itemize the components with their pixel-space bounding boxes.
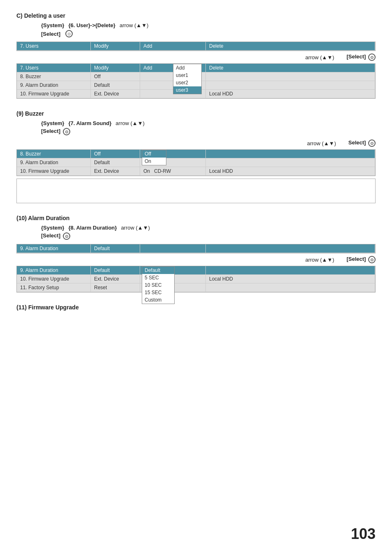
alarm-dropdown-col: Default 5 SEC 10 SEC 15 SEC Custom bbox=[140, 266, 206, 274]
buzzer-r3c4: Local HDD bbox=[206, 167, 375, 175]
step1-row1: {System} {6. User}->{Delete} arrow (▲▼) bbox=[41, 22, 376, 28]
col2-modify: Modify bbox=[91, 42, 140, 50]
alarm-m2r3c1: 11. Factory Setup bbox=[17, 283, 91, 292]
dropdown-users[interactable]: Add user1 user2 user3 bbox=[173, 64, 202, 94]
drop-user2[interactable]: user2 bbox=[173, 79, 201, 86]
arrow-label: arrow (▲▼) bbox=[120, 22, 149, 28]
alarm-m2r1c1: 9. Alarm Duration bbox=[17, 266, 91, 274]
section-firmware: (11) Firmware Upgrade bbox=[16, 304, 376, 311]
section-buzzer: (9) Buzzer {System} {7. Alarm Sound} arr… bbox=[16, 110, 376, 203]
alarm-m2-row1: 9. Alarm Duration Default Default 5 SEC … bbox=[17, 266, 375, 275]
dropdown-alarm[interactable]: Default 5 SEC 10 SEC 15 SEC Custom bbox=[142, 266, 175, 304]
alarm-m2r3c2: Reset bbox=[91, 283, 140, 292]
buzzer-r1c2: Off bbox=[91, 150, 140, 158]
alarm-select-text: [Select] ⊙ bbox=[346, 256, 376, 263]
system-label: {System} bbox=[41, 22, 64, 28]
section-title-buzzer: (9) Buzzer bbox=[16, 110, 376, 117]
alarm-m1c3 bbox=[140, 244, 206, 253]
d2-col3-dropdown: Add Add user1 user2 user3 bbox=[140, 64, 206, 72]
menu-deleting-1: 7. Users Modify Add Delete bbox=[16, 42, 376, 51]
select-circle-2: ⊙ bbox=[368, 53, 376, 61]
buzzer-nav: {7. Alarm Sound} bbox=[68, 120, 111, 126]
add-selected: Add bbox=[143, 65, 152, 71]
buzzer-col4 bbox=[206, 72, 375, 81]
buzzer-col1: 8. Buzzer bbox=[17, 72, 91, 81]
menu-row-users: 7. Users Modify Add Delete bbox=[17, 42, 375, 51]
buzzer-r1c4 bbox=[206, 150, 375, 158]
alarm-select: [Select] ⊙ bbox=[41, 232, 70, 240]
alarm-arrow: arrow (▲▼) bbox=[121, 225, 150, 231]
d2-col4: Delete bbox=[206, 64, 375, 72]
buzzer-r3c3: On CD-RW bbox=[140, 167, 206, 175]
d2-col1: 7. Users bbox=[17, 64, 91, 72]
menu-row-users-2: 7. Users Modify Add Add user1 user2 user… bbox=[17, 64, 375, 72]
dropdown-buzzer[interactable]: Off On bbox=[142, 150, 166, 165]
buzzer-arrow-text: arrow (▲▼) bbox=[307, 140, 336, 146]
buzzer-col2: Off bbox=[91, 72, 140, 81]
step1-row2: [Select] ⊙ bbox=[41, 30, 376, 37]
firmware-col2: Ext. Device bbox=[91, 90, 140, 98]
drop-user1[interactable]: user1 bbox=[173, 72, 201, 79]
select-circle-6: ⊙ bbox=[368, 256, 376, 263]
drop-10sec[interactable]: 10 SEC bbox=[142, 281, 174, 289]
alarm-m2-row2: 10. Firmware Upgrade Ext. Device Local H… bbox=[17, 275, 375, 283]
select-circle-3: ⊙ bbox=[63, 128, 70, 135]
buzzer-select: [Select] ⊙ bbox=[41, 128, 70, 135]
select-circle-1: ⊙ bbox=[65, 30, 73, 37]
col4-delete: Delete bbox=[206, 42, 375, 50]
select-label: [Select] bbox=[41, 31, 60, 37]
alarm-m2-row3: 11. Factory Setup Reset bbox=[17, 283, 375, 292]
menu-alarm-1: 9. Alarm Duration Default bbox=[16, 244, 376, 253]
firmware-col1: 10. Firmware Upgrade bbox=[17, 90, 91, 98]
alarm-m2r2c1: 10. Firmware Upgrade bbox=[17, 275, 91, 283]
buzzer-row-2: 9. Alarm Duration Default bbox=[17, 158, 375, 167]
section-alarm-duration: (10) Alarm Duration {System} {8. Alarm D… bbox=[16, 215, 376, 293]
alarm-nav: {8. Alarm Duration} bbox=[68, 225, 117, 231]
alarm-m2r1c4 bbox=[206, 266, 375, 274]
drop-on[interactable]: On bbox=[142, 158, 166, 165]
drop-user3[interactable]: user3 bbox=[173, 86, 201, 94]
select-text-1: [Select] ⊙ bbox=[346, 53, 376, 61]
alarm-m2r3c4 bbox=[206, 283, 375, 292]
buzzer-r1c1: 8. Buzzer bbox=[17, 150, 91, 158]
buzzer-r2c2: Default bbox=[91, 158, 140, 167]
buzzer-system: {System} bbox=[41, 120, 64, 126]
nav-label: {6. User}->{Delete} bbox=[68, 22, 115, 28]
drop-add[interactable]: Add bbox=[173, 64, 201, 72]
drop-default[interactable]: Default bbox=[142, 267, 174, 274]
drop-5sec[interactable]: 5 SEC bbox=[142, 274, 174, 281]
step1-alarm: {System} {8. Alarm Duration} arrow (▲▼) … bbox=[16, 225, 376, 240]
alarm-m1c1: 9. Alarm Duration bbox=[17, 244, 91, 253]
drop-custom[interactable]: Custom bbox=[142, 296, 174, 304]
alarm-system: {System} bbox=[41, 225, 64, 231]
firmware-col4: Local HDD bbox=[206, 90, 375, 98]
step1-buzzer: {System} {7. Alarm Sound} arrow (▲▼) [Se… bbox=[16, 120, 376, 135]
drop-15sec[interactable]: 15 SEC bbox=[142, 289, 174, 296]
buzzer-row-1: 8. Buzzer Off Off On bbox=[17, 150, 375, 158]
alarm-menu1-row: 9. Alarm Duration Default bbox=[17, 244, 375, 253]
buzzer-step-row1: {System} {7. Alarm Sound} arrow (▲▼) bbox=[41, 120, 376, 126]
alarm-step-row2: [Select] ⊙ bbox=[41, 232, 376, 240]
step1-deleting: {System} {6. User}->{Delete} arrow (▲▼) … bbox=[16, 22, 376, 37]
alarm-m1c2: Default bbox=[91, 244, 140, 253]
spacer-box-buzzer bbox=[16, 179, 376, 203]
alarm-step-row1: {System} {8. Alarm Duration} arrow (▲▼) bbox=[41, 225, 376, 231]
alarm-arrow-block: arrow (▲▼) [Select] ⊙ bbox=[16, 256, 376, 263]
alarm-col4 bbox=[206, 81, 375, 89]
buzzer-r2c4 bbox=[206, 158, 375, 167]
section-deleting: C) Deleting a user {System} {6. User}->{… bbox=[16, 12, 376, 99]
alarm-col1: 9. Alarm Duration bbox=[17, 81, 91, 89]
select-circle-4: ⊙ bbox=[368, 139, 376, 147]
menu-buzzer: 8. Buzzer Off Off On 9. Alarm Duration D… bbox=[16, 149, 376, 176]
alarm-m1c4 bbox=[206, 244, 375, 253]
section-title-firmware: (11) Firmware Upgrade bbox=[16, 304, 376, 311]
page-number: 103 bbox=[351, 525, 376, 543]
buzzer-r3c2: Ext. Device bbox=[91, 167, 140, 175]
alarm-m2r2c4: Local HDD bbox=[206, 275, 375, 283]
buzzer-arrow-block: arrow (▲▼) Select] ⊙ bbox=[16, 139, 376, 147]
col3-add: Add bbox=[140, 42, 206, 50]
drop-off[interactable]: Off bbox=[142, 150, 166, 158]
buzzer-row-3: 10. Firmware Upgrade Ext. Device On CD-R… bbox=[17, 167, 375, 176]
arrow-block-1: arrow (▲▼) [Select] ⊙ bbox=[16, 53, 376, 61]
alarm-m2r2c2: Ext. Device bbox=[91, 275, 140, 283]
